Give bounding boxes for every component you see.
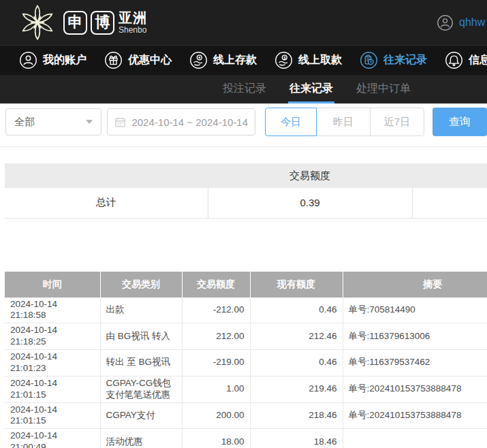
table-row: 2024-10-14 21:18:25 由 BG视讯 转入 212.00 212… — [5, 323, 487, 350]
table-row: 2024-10-14 21:01:23 转出 至 BG视讯 -219.00 0.… — [5, 350, 487, 377]
summary-total-row: 总计 0.39 — [5, 188, 487, 218]
col-amount: 交易额度 — [182, 272, 250, 298]
nav-item-withdraw[interactable]: $ 线上取款 — [274, 51, 342, 69]
col-memo: 摘要 — [343, 272, 487, 298]
cell-balance: 218.46 — [250, 402, 343, 429]
cell-amount: 18.00 — [182, 429, 250, 448]
today-button[interactable]: 今日 — [265, 108, 317, 136]
cell-memo: 单号:202410153753888478 — [343, 376, 487, 402]
cell-memo: 单号:705814490 — [343, 298, 487, 323]
main-nav: 我的账户 优惠中心 线上存款 — [0, 45, 487, 75]
nav-label: 线上存款 — [213, 53, 257, 67]
category-select-value: 全部 — [14, 116, 35, 129]
user-icon — [19, 51, 37, 69]
cell-type: 出款 — [100, 298, 182, 323]
date-range-input[interactable]: 2024-10-14 ~ 2024-10-14 — [107, 108, 255, 135]
nav-item-messages[interactable]: 信息中心 — [445, 51, 487, 69]
brand-region-block: 亚洲 Shenbo — [119, 11, 147, 34]
summary-table: 交易额度 总计 0.39 — [5, 163, 487, 219]
last7days-button[interactable]: 近7日 — [370, 108, 424, 136]
gift-icon — [104, 51, 123, 69]
cell-memo — [343, 429, 487, 448]
nav-label: 优惠中心 — [128, 53, 172, 67]
cell-type: CGPAY支付 — [100, 402, 182, 429]
cell-amount: 1.00 — [182, 376, 250, 402]
cell-memo: 单号:116379613006 — [343, 323, 487, 350]
brand-latin: Shenbo — [119, 26, 147, 34]
table-row: 2024-10-14 21:00:49 活动优惠 18.00 18.46 — [5, 429, 487, 448]
nav-item-my-account[interactable]: 我的账户 — [19, 51, 87, 69]
cell-type: 由 BG视讯 转入 — [100, 323, 182, 350]
brand-logo[interactable]: 申 博 亚洲 Shenbo — [18, 3, 147, 42]
top-header: 申 博 亚洲 Shenbo qhhw — [0, 0, 487, 45]
yesterday-button[interactable]: 昨日 — [316, 108, 371, 136]
cell-time: 2024-10-14 21:18:58 — [5, 298, 100, 323]
cell-time: 2024-10-14 21:18:25 — [5, 323, 100, 350]
sub-nav: 投注记录 往来记录 处理中订单 — [0, 75, 487, 103]
col-balance: 现有额度 — [250, 272, 343, 298]
cell-amount: -219.00 — [182, 350, 250, 377]
summary-header-row: 交易额度 — [5, 163, 487, 188]
summary-header-spacer — [412, 163, 487, 188]
filter-bar: 全部 2024-10-14 ~ 2024-10-14 今日 昨日 近7日 查询 — [0, 103, 487, 147]
hand-dollar-icon: $ — [274, 51, 293, 69]
table-row: 2024-10-14 21:18:58 出款 -212.00 0.46 单号:7… — [5, 298, 487, 323]
tab-bet-records[interactable]: 投注记录 — [221, 75, 268, 103]
clipboard-clock-icon — [360, 51, 378, 69]
tab-transaction-records[interactable]: 往来记录 — [288, 75, 334, 103]
category-select[interactable]: 全部 — [5, 108, 101, 135]
nav-item-promotions[interactable]: 优惠中心 — [104, 51, 172, 69]
summary-total-value: 0.39 — [208, 188, 412, 218]
cell-memo: 单号:202410153753888478 — [343, 402, 487, 429]
cell-balance: 0.46 — [250, 298, 343, 323]
cell-amount: 212.00 — [182, 323, 250, 350]
cell-memo: 单号:116379537462 — [343, 350, 487, 377]
cell-amount: 200.00 — [182, 402, 250, 429]
nav-label: 线上取款 — [298, 53, 342, 67]
table-row: 2024-10-14 21:01:15 CGPAY-CG钱包支付笔笔送优惠 1.… — [5, 376, 487, 402]
cell-balance: 219.46 — [250, 376, 343, 402]
nav-label: 信息中心 — [469, 53, 487, 67]
summary-header-spacer — [5, 163, 208, 188]
cell-type: 活动优惠 — [100, 429, 182, 448]
cell-time: 2024-10-14 21:00:49 — [5, 429, 100, 448]
cell-type: 转出 至 BG视讯 — [100, 350, 182, 377]
summary-empty-cell — [412, 188, 487, 218]
col-type: 交易类别 — [100, 272, 182, 298]
nav-item-transactions[interactable]: 往来记录 — [360, 51, 427, 69]
table-row: 2024-10-14 21:01:15 CGPAY支付 200.00 218.4… — [5, 402, 487, 429]
col-time: 时间 — [5, 272, 100, 298]
chevron-down-icon — [86, 120, 93, 124]
quick-range-group: 今日 昨日 近7日 — [265, 108, 424, 136]
cell-time: 2024-10-14 21:01:15 — [5, 376, 100, 402]
search-button[interactable]: 查询 — [433, 108, 487, 136]
brand-region: 亚洲 — [119, 11, 147, 25]
brand-seal-bo: 博 — [91, 11, 114, 35]
cell-amount: -212.00 — [182, 298, 250, 323]
username[interactable]: qhhw — [459, 16, 485, 29]
tab-processing-orders[interactable]: 处理中订单 — [355, 75, 412, 103]
bell-icon — [445, 51, 463, 69]
hand-coin-icon — [189, 51, 208, 69]
date-range-value: 2024-10-14 ~ 2024-10-14 — [131, 116, 248, 128]
cell-time: 2024-10-14 21:01:15 — [5, 402, 100, 429]
cell-balance: 0.46 — [250, 350, 343, 377]
nav-label: 往来记录 — [383, 53, 427, 67]
flower-logo-icon — [18, 3, 57, 42]
user-area[interactable]: qhhw — [437, 0, 485, 45]
summary-total-label: 总计 — [5, 188, 208, 218]
cell-time: 2024-10-14 21:01:23 — [5, 350, 100, 377]
calendar-icon — [114, 116, 126, 128]
summary-header-amount: 交易额度 — [208, 163, 412, 188]
nav-item-deposit[interactable]: 线上存款 — [189, 51, 257, 69]
records-table: 时间 交易类别 交易额度 现有额度 摘要 2024-10-14 21:18:58… — [5, 272, 487, 448]
user-avatar-icon — [437, 14, 454, 31]
records-header-row: 时间 交易类别 交易额度 现有额度 摘要 — [5, 272, 487, 298]
nav-label: 我的账户 — [43, 53, 87, 67]
brand-seal-shen: 申 — [63, 11, 87, 35]
cell-balance: 18.46 — [250, 429, 343, 448]
cell-balance: 212.46 — [250, 323, 343, 350]
cell-type: CGPAY-CG钱包支付笔笔送优惠 — [100, 376, 182, 402]
